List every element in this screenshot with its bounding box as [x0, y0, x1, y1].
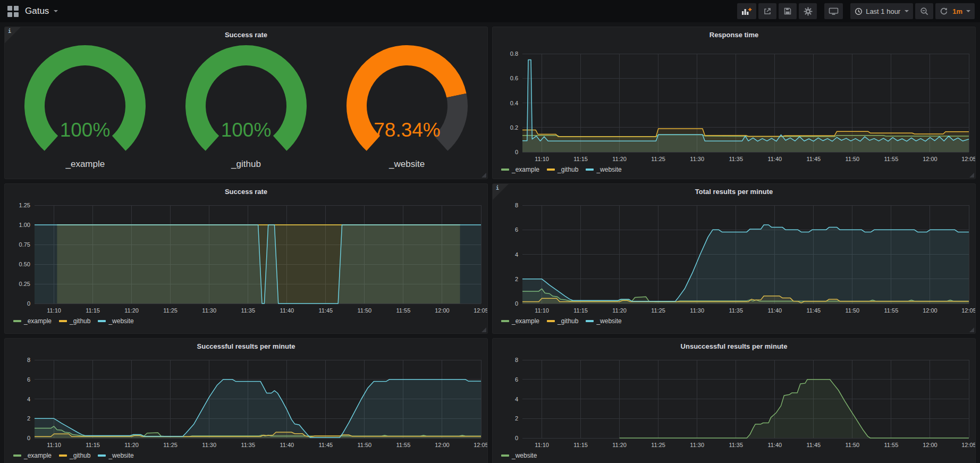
- x-tick-label: 12:00: [923, 156, 937, 162]
- panel-title[interactable]: Unsuccessful results per minute: [493, 342, 975, 350]
- legend-series-label: _website: [512, 452, 537, 459]
- x-tick-label: 11:20: [124, 307, 139, 314]
- panel-resize-handle[interactable]: [481, 173, 486, 178]
- legend-item-_example[interactable]: _example: [501, 317, 539, 325]
- legend-series-label: _example: [512, 166, 539, 173]
- dashboard-title-button[interactable]: Gatus: [25, 6, 58, 16]
- legend-series-dash: [501, 320, 509, 322]
- y-tick-label: 0.8: [510, 50, 518, 57]
- y-tick-label: 1.25: [19, 202, 30, 208]
- refresh-button[interactable]: 1m: [935, 3, 975, 19]
- gauge-row: 100%_example100%_github78.34%_website: [5, 44, 487, 170]
- legend-item-_website[interactable]: _website: [501, 452, 537, 459]
- x-tick-label: 11:50: [846, 442, 860, 448]
- panel-resize-handle[interactable]: [969, 327, 974, 332]
- x-tick-label: 11:30: [202, 307, 216, 314]
- x-tick-label: 11:15: [86, 442, 100, 448]
- x-tick-label: 11:45: [806, 442, 821, 448]
- chart-plot[interactable]: 0246811:1011:1511:2011:2511:3011:3511:40…: [493, 339, 976, 463]
- legend-series-label: _website: [596, 317, 621, 325]
- panel-title[interactable]: Successful results per minute: [5, 342, 487, 350]
- x-tick-label: 11:55: [884, 156, 899, 162]
- legend-item-_example[interactable]: _example: [13, 452, 52, 459]
- x-tick-label: 11:20: [124, 442, 139, 448]
- x-tick-label: 11:55: [396, 307, 411, 314]
- panel-info-icon[interactable]: [5, 27, 21, 43]
- legend-series-label: _example: [24, 317, 52, 325]
- legend-item-_website[interactable]: _website: [586, 317, 621, 325]
- dashboards-grid-icon[interactable]: [7, 6, 19, 17]
- clock-icon: [855, 7, 863, 15]
- x-tick-label: 11:50: [846, 156, 860, 162]
- gauge-label: _website: [389, 159, 425, 170]
- legend-item-_example[interactable]: _example: [13, 317, 52, 325]
- x-tick-label: 11:40: [280, 442, 294, 448]
- legend-item-_website[interactable]: _website: [98, 452, 133, 459]
- y-tick-label: 6: [515, 226, 518, 233]
- legend-item-_example[interactable]: _example: [501, 166, 539, 173]
- series-area-_website: [35, 225, 481, 304]
- y-tick-label: 0: [515, 300, 518, 307]
- panel-info-icon[interactable]: [493, 184, 509, 200]
- x-tick-label: 11:20: [612, 442, 627, 448]
- series-line-_website: [522, 60, 969, 141]
- chart-plot[interactable]: 0246811:1011:1511:2011:2511:3011:3511:40…: [5, 339, 488, 463]
- x-tick-label: 11:50: [358, 307, 372, 314]
- panel: Success rate00.250.500.751.001.2511:1011…: [4, 183, 488, 334]
- gauge-_github: 100%_github: [166, 44, 326, 170]
- panel-title[interactable]: Success rate: [5, 188, 487, 196]
- x-tick-label: 11:10: [535, 307, 549, 314]
- chart-plot[interactable]: 00.20.40.60.811:1011:1511:2011:2511:3011…: [493, 27, 976, 179]
- x-tick-label: 11:40: [767, 442, 782, 448]
- x-tick-label: 11:45: [318, 307, 333, 314]
- legend-item-_github[interactable]: _github: [547, 166, 578, 173]
- y-tick-label: 0.25: [19, 281, 30, 287]
- x-tick-label: 12:05: [474, 307, 488, 314]
- legend: _example_github_website: [13, 452, 134, 459]
- panel-title[interactable]: Success rate: [5, 31, 487, 39]
- panel-resize-handle[interactable]: [969, 173, 974, 178]
- chart-plot[interactable]: 00.250.500.751.001.2511:1011:1511:2011:2…: [5, 184, 488, 334]
- panel: Unsuccessful results per minute0246811:1…: [492, 338, 976, 463]
- chart-plot[interactable]: 0246811:1011:1511:2011:2511:3011:3511:40…: [493, 184, 976, 334]
- panel: Response time00.20.40.60.811:1011:1511:2…: [492, 27, 976, 179]
- refresh-icon: [940, 7, 948, 15]
- legend-series-label: _example: [512, 317, 539, 325]
- gauge-label: _example: [65, 159, 105, 170]
- add-panel-button[interactable]: [737, 3, 756, 19]
- legend-series-label: _website: [596, 166, 621, 173]
- legend-item-_github[interactable]: _github: [59, 452, 90, 459]
- gauge-_example: 100%_example: [5, 44, 165, 170]
- legend-series-label: _example: [24, 452, 52, 459]
- x-tick-label: 12:00: [923, 307, 937, 314]
- y-tick-label: 0.4: [510, 100, 518, 106]
- panel-title[interactable]: Total results per minute: [493, 188, 975, 196]
- panel-resize-handle[interactable]: [481, 327, 486, 332]
- info-icon: i: [496, 185, 499, 191]
- panel: Successful results per minute0246811:101…: [4, 338, 488, 463]
- x-tick-label: 11:10: [535, 442, 549, 448]
- y-tick-label: 8: [515, 357, 518, 363]
- legend-item-_website[interactable]: _website: [586, 166, 621, 173]
- gauge-value: 100%: [60, 119, 111, 141]
- y-tick-label: 2: [515, 415, 518, 422]
- save-button[interactable]: [779, 3, 797, 19]
- legend-series-dash: [501, 169, 509, 171]
- legend-item-_github[interactable]: _github: [547, 317, 578, 325]
- legend: _example_github_website: [501, 317, 622, 325]
- x-tick-label: 11:25: [651, 156, 665, 162]
- navbar: Gatus: [0, 0, 980, 22]
- settings-button[interactable]: [799, 3, 817, 19]
- x-tick-label: 11:55: [884, 442, 899, 448]
- time-range-button[interactable]: Last 1 hour: [850, 3, 913, 19]
- cycle-view-mode-button[interactable]: [824, 3, 843, 19]
- y-tick-label: 0.50: [19, 261, 30, 267]
- share-button[interactable]: [758, 3, 776, 19]
- legend-item-_github[interactable]: _github: [59, 317, 90, 325]
- panel-title[interactable]: Response time: [493, 31, 975, 39]
- x-tick-label: 11:40: [767, 307, 782, 314]
- zoom-out-button[interactable]: [915, 3, 933, 19]
- legend-item-_website[interactable]: _website: [98, 317, 133, 325]
- refresh-interval-label: 1m: [952, 7, 962, 15]
- y-tick-label: 0: [27, 300, 30, 307]
